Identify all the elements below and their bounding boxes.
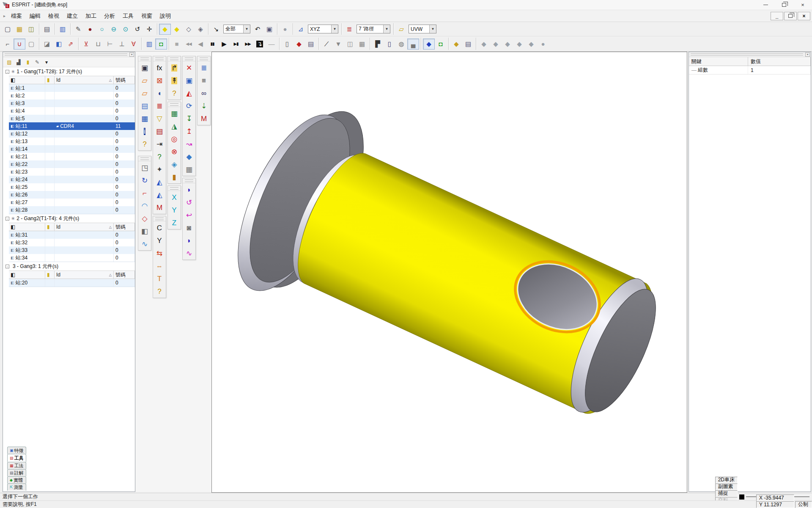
highlight-color-swatch[interactable] — [739, 494, 744, 500]
wireframe-view-icon[interactable]: ◇ — [183, 24, 195, 35]
station-row[interactable]: ◧站:34 0 — [9, 254, 135, 262]
number-column-header[interactable]: 號碼 — [114, 271, 135, 279]
sync-spindle-icon[interactable]: ⇆ — [153, 247, 166, 260]
mask-list-icon[interactable]: ▣ — [138, 61, 151, 74]
collapse-icon[interactable]: - — [5, 217, 9, 221]
menu-item[interactable]: 建立 — [63, 11, 82, 21]
collision-spintop-icon[interactable]: ◆ — [293, 39, 305, 50]
rotary-transform-icon[interactable]: ↻ — [138, 174, 151, 187]
panel-tab[interactable]: ◆實體 — [7, 476, 26, 483]
panel-tab[interactable]: ▤工具 — [7, 454, 26, 462]
goggles-icon[interactable]: ∞ — [198, 87, 210, 99]
sim-single-icon[interactable]: — — [266, 39, 277, 50]
panel-close-button[interactable]: × — [805, 52, 810, 57]
list-levels-icon[interactable]: ≣ — [198, 61, 210, 74]
station-row[interactable]: ◧站:12 0 — [9, 130, 135, 138]
value-column-header[interactable]: 數值 — [748, 57, 811, 66]
station-row[interactable]: ◧站:4 0 — [9, 107, 135, 115]
id-column-header[interactable]: Id△ — [55, 76, 114, 84]
status-toggle[interactable]: 副圖素 — [715, 483, 738, 490]
face-turning-icon[interactable]: ⌐ — [2, 39, 14, 50]
menu-item[interactable]: 工具 — [119, 11, 137, 21]
shaded-edges-icon[interactable]: ◆ — [171, 24, 183, 35]
station-row[interactable]: ◧站:13 0 — [9, 138, 135, 145]
number-column-header[interactable]: 號碼 — [114, 76, 135, 84]
work-plane-axis-icon[interactable]: ⊿ — [295, 24, 307, 35]
corner-box-icon[interactable]: ◳ — [138, 161, 151, 174]
spiral-icon[interactable]: ↺ — [183, 196, 195, 209]
station-row[interactable]: ◧站:31 0 — [9, 231, 135, 239]
help2-icon[interactable]: ? — [153, 285, 166, 298]
sim-stepfwd-icon[interactable]: ▶▮ — [230, 39, 242, 50]
export-folder-icon[interactable]: ↥ — [183, 125, 195, 138]
sim-stepback-icon[interactable]: ◀ — [195, 39, 206, 50]
station-row[interactable]: ◧站:22 0 — [9, 160, 135, 168]
hammer-icon[interactable]: ✦ — [153, 163, 166, 176]
work-plane-combobox[interactable]: XYZ▼ — [308, 25, 338, 33]
station-row[interactable]: ◧站:28 0 — [9, 206, 135, 214]
import-folder-icon[interactable]: ↧ — [183, 112, 195, 125]
org-chart-icon[interactable]: ▤ — [138, 99, 151, 112]
new-file-icon[interactable]: ▢ — [2, 24, 14, 35]
polyline-icon[interactable]: ↝ — [183, 138, 195, 150]
palette-grip[interactable] — [138, 156, 151, 161]
probe-icon[interactable]: ▯ — [281, 39, 293, 50]
folder-icon[interactable]: ▨ — [5, 58, 14, 66]
gouge-shape-5-icon[interactable]: ◆ — [525, 39, 537, 50]
hidden-line-icon[interactable]: ◈ — [195, 24, 206, 35]
m-cassette-icon[interactable]: M — [153, 201, 166, 214]
calc-time-icon[interactable]: ▦ — [356, 39, 368, 50]
help-note-icon[interactable]: ? — [138, 138, 151, 150]
selection-filter-combobox[interactable]: 全部▼ — [223, 25, 250, 33]
goto-up-icon[interactable]: ↟ — [168, 74, 181, 87]
save-disk-icon[interactable]: ◫ — [344, 39, 356, 50]
c-axis-icon[interactable]: C — [153, 221, 166, 234]
part-setup-icon[interactable]: ◘ — [155, 39, 167, 50]
info-icon[interactable]: i — [138, 125, 151, 138]
panel-tab[interactable]: ⇱測量 — [7, 483, 26, 491]
palette-grip[interactable] — [183, 178, 195, 183]
panel-tab[interactable]: ▣特徵 — [7, 447, 26, 454]
contour-mill-icon[interactable]: ◧ — [53, 39, 65, 50]
machine-icon[interactable]: ▛ — [372, 39, 384, 50]
mesh-grid-icon[interactable]: ▦ — [168, 107, 181, 120]
turning-head-icon[interactable]: ◖ — [153, 87, 166, 99]
rgb-cubes-icon[interactable]: ▣ — [183, 74, 195, 87]
stock-cube-icon[interactable]: ◆ — [423, 39, 435, 50]
status-toggle[interactable]: 2D車床 — [715, 477, 738, 483]
fx-icon[interactable]: fx — [153, 61, 166, 74]
wrap-x-icon[interactable]: ◗ — [183, 183, 195, 196]
coolant-icon[interactable]: ▯ — [384, 39, 395, 50]
align-lines-icon[interactable]: ≡ — [198, 74, 210, 87]
station-row[interactable]: ◧站:2 0 — [9, 92, 135, 99]
bullseye-x-icon[interactable]: ⊗ — [168, 145, 181, 158]
gouge-shape-3-icon[interactable]: ◆ — [502, 39, 513, 50]
redraw-brush-icon[interactable]: ✎ — [72, 24, 84, 35]
id-column-header[interactable]: Id△ — [55, 223, 114, 231]
station-row[interactable]: ◧站:24 0 — [9, 176, 135, 183]
pro-disk-icon[interactable]: ▤ — [153, 125, 166, 138]
menu-item[interactable]: 視窗 — [137, 11, 156, 21]
open-file-icon[interactable]: ▦ — [14, 24, 25, 35]
station-row[interactable]: ◧站:27 0 — [9, 199, 135, 206]
palette-grip[interactable] — [168, 102, 181, 107]
window-close-button[interactable]: × — [793, 0, 812, 10]
drill-icon[interactable]: ⊻ — [80, 39, 92, 50]
zoom-fit-icon[interactable]: ● — [84, 24, 96, 35]
gouge-shape-1-icon[interactable]: ◆ — [478, 39, 490, 50]
part-model-icon[interactable]: ◆ — [183, 150, 195, 163]
uvw-combobox[interactable]: UVW▼ — [409, 25, 436, 33]
new-plane-icon[interactable]: ▱ — [138, 87, 151, 99]
sim-rewind-icon[interactable]: ◀◀ — [183, 39, 195, 50]
panel-tab[interactable]: ▦工法 — [7, 462, 26, 469]
station-row[interactable]: ◧站:3 0 — [9, 99, 135, 107]
chamfer-mill-icon[interactable]: ◪ — [41, 39, 53, 50]
station-row[interactable]: ◧站:11 ▰CDR4 11 — [9, 122, 135, 130]
station-row[interactable]: ◧站:21 0 — [9, 153, 135, 160]
palette-grip[interactable] — [168, 56, 181, 61]
tap-icon[interactable]: ∀ — [128, 39, 140, 50]
menu-item[interactable]: 說明 — [156, 11, 175, 21]
station-row[interactable]: ◧站:32 0 — [9, 239, 135, 246]
palette-grip[interactable] — [183, 56, 195, 61]
drop-arrows-icon[interactable]: ⇣ — [198, 99, 210, 112]
